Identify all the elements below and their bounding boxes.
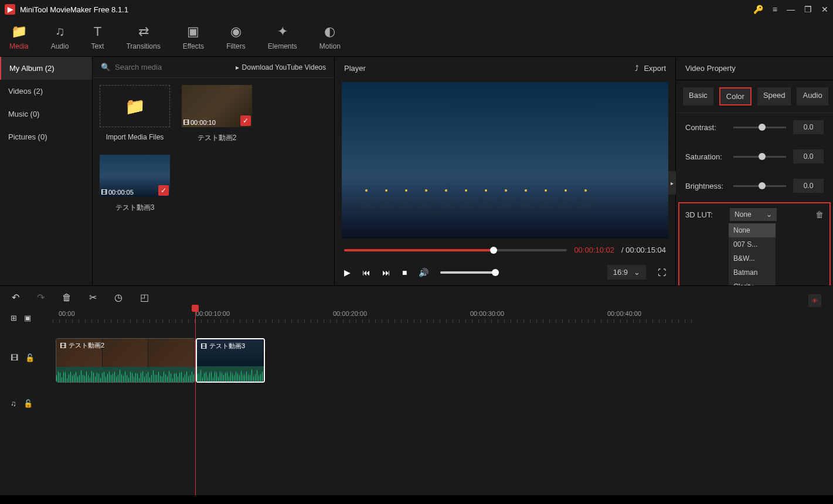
- music-note-icon: ♫: [55, 25, 65, 39]
- text-icon: T: [94, 25, 101, 39]
- youtube-icon: ▸: [236, 63, 239, 71]
- contrast-slider[interactable]: [733, 127, 786, 128]
- film-icon: 🎞: [101, 189, 107, 196]
- tab-motion[interactable]: ◐Motion: [315, 19, 345, 56]
- import-media-tile[interactable]: 📁: [100, 85, 170, 127]
- playhead[interactable]: [195, 309, 196, 495]
- tab-effects[interactable]: ▣Effects: [178, 19, 209, 56]
- prop-tab-basic[interactable]: Basic: [683, 87, 713, 105]
- lut-select[interactable]: None⌄: [730, 208, 777, 221]
- transition-icon: ⇄: [138, 25, 149, 39]
- current-time: 00:00:10:02: [574, 246, 614, 254]
- play-button[interactable]: ▶: [344, 268, 351, 277]
- fullscreen-button[interactable]: ⛶: [658, 268, 666, 277]
- prev-frame-button[interactable]: ⏮: [362, 268, 370, 277]
- sidebar-item-pictures[interactable]: Pictures (0): [0, 125, 92, 148]
- volume-slider[interactable]: [440, 271, 499, 274]
- check-icon: ✓: [158, 185, 169, 196]
- player-title: Player: [344, 64, 366, 73]
- contrast-label: Contrast:: [685, 123, 726, 132]
- saturation-label: Saturation:: [685, 152, 726, 161]
- timeline: ↶ ↷ 🗑 ✂ ◷ ◰ 👁 ○ ⊕ ⊞ ▣ 00:00 00:00:10:00 …: [0, 285, 833, 495]
- split-button[interactable]: ✂: [89, 292, 97, 303]
- export-button[interactable]: ⤴Export: [635, 64, 666, 73]
- brightness-value[interactable]: 0.0: [793, 179, 824, 193]
- film-icon: 🎞: [183, 119, 189, 126]
- tab-audio[interactable]: ♫Audio: [46, 19, 74, 56]
- collapse-panel-button[interactable]: ▸: [668, 171, 676, 195]
- video-track-icon: 🎞: [11, 353, 18, 362]
- delete-button[interactable]: 🗑: [62, 292, 72, 303]
- prop-tab-color[interactable]: Color: [719, 87, 752, 105]
- elements-icon: ✦: [277, 25, 288, 39]
- check-icon: ✓: [240, 115, 251, 126]
- audio-track: ♫ 🔓: [0, 394, 833, 412]
- folder-icon: 📁: [11, 25, 27, 39]
- trash-icon[interactable]: 🗑: [815, 210, 824, 219]
- minimize-icon[interactable]: —: [787, 5, 795, 14]
- sidebar-item-music[interactable]: Music (0): [0, 103, 92, 125]
- aspect-ratio-select[interactable]: 16:9⌄: [607, 265, 646, 280]
- lock-icon[interactable]: 🔓: [23, 399, 33, 408]
- track-layers-icon[interactable]: ▣: [24, 314, 31, 322]
- brightness-slider[interactable]: [733, 185, 786, 187]
- sidebar-item-videos[interactable]: Videos (2): [0, 80, 92, 103]
- export-icon: ⤴: [635, 64, 639, 73]
- next-frame-button[interactable]: ⏭: [382, 268, 390, 277]
- tab-transitions[interactable]: ⇄Transitions: [121, 19, 165, 56]
- timeline-ruler[interactable]: 00:00 00:00:10:00 00:00:20:00 00:00:30:0…: [53, 310, 833, 325]
- media-item[interactable]: 🎞00:00:05 ✓ テスト動画3: [100, 155, 170, 213]
- player-scrubber[interactable]: [344, 249, 567, 251]
- prop-tab-audio[interactable]: Audio: [797, 87, 828, 105]
- key-icon[interactable]: 🔑: [753, 5, 763, 14]
- player-panel: Player ⤴Export 00:00:10:02 / 00:00:15:04…: [335, 57, 676, 285]
- lut-label: 3D LUT:: [685, 210, 725, 219]
- stop-button[interactable]: ■: [402, 268, 407, 277]
- lut-option[interactable]: Batman: [729, 265, 776, 280]
- player-viewport[interactable]: [342, 82, 668, 239]
- timeline-clip[interactable]: 🎞テスト動画3: [196, 338, 265, 383]
- brightness-label: Brightness:: [685, 182, 726, 190]
- lock-icon[interactable]: 🔓: [25, 353, 35, 362]
- timeline-badge-icon[interactable]: 👁: [808, 294, 821, 307]
- audio-track-icon: ♫: [11, 399, 16, 408]
- contrast-value[interactable]: 0.0: [793, 120, 824, 134]
- app-title: MiniTool MovieMaker Free 8.1.1: [20, 5, 128, 14]
- motion-icon: ◐: [324, 25, 335, 39]
- filters-icon: ◉: [230, 25, 242, 39]
- tab-filters[interactable]: ◉Filters: [222, 19, 250, 56]
- effects-icon: ▣: [187, 25, 199, 39]
- app-logo-icon: ▶: [5, 4, 15, 15]
- film-icon: 🎞: [60, 342, 66, 349]
- prop-tab-speed[interactable]: Speed: [757, 87, 791, 105]
- main-tabs: 📁Media ♫Audio TText ⇄Transitions ▣Effect…: [0, 19, 833, 57]
- folder-add-icon: 📁: [125, 97, 145, 116]
- film-icon: 🎞: [200, 343, 207, 350]
- menu-icon[interactable]: ≡: [773, 5, 777, 14]
- media-sidebar: My Album (2) Videos (2) Music (0) Pictur…: [0, 57, 93, 285]
- total-time: / 00:00:15:04: [621, 246, 666, 254]
- lut-option[interactable]: 007 S...: [729, 237, 776, 251]
- sidebar-item-myalbum[interactable]: My Album (2): [0, 57, 92, 80]
- download-youtube-link[interactable]: ▸Download YouTube Videos: [236, 63, 326, 71]
- timeline-clip[interactable]: 🎞テスト動画2: [56, 338, 195, 383]
- volume-icon[interactable]: 🔊: [419, 268, 429, 277]
- maximize-icon[interactable]: ❐: [804, 5, 812, 14]
- tab-text[interactable]: TText: [86, 19, 108, 56]
- search-icon: 🔍: [101, 63, 110, 71]
- tab-media[interactable]: 📁Media: [5, 19, 33, 56]
- media-item[interactable]: 🎞00:00:10 ✓ テスト動画2: [182, 85, 252, 143]
- speed-button[interactable]: ◷: [114, 292, 123, 303]
- saturation-slider[interactable]: [733, 156, 786, 158]
- lut-option[interactable]: None: [729, 223, 776, 237]
- titlebar: ▶ MiniTool MovieMaker Free 8.1.1 🔑 ≡ — ❐…: [0, 0, 833, 19]
- crop-button[interactable]: ◰: [140, 292, 149, 303]
- close-icon[interactable]: ✕: [821, 5, 828, 14]
- undo-button[interactable]: ↶: [12, 292, 19, 303]
- redo-button[interactable]: ↷: [37, 292, 45, 303]
- lut-option[interactable]: B&W...: [729, 251, 776, 265]
- saturation-value[interactable]: 0.0: [793, 149, 824, 164]
- track-add-icon[interactable]: ⊞: [11, 314, 17, 322]
- search-input[interactable]: [115, 63, 231, 71]
- tab-elements[interactable]: ✦Elements: [263, 19, 302, 56]
